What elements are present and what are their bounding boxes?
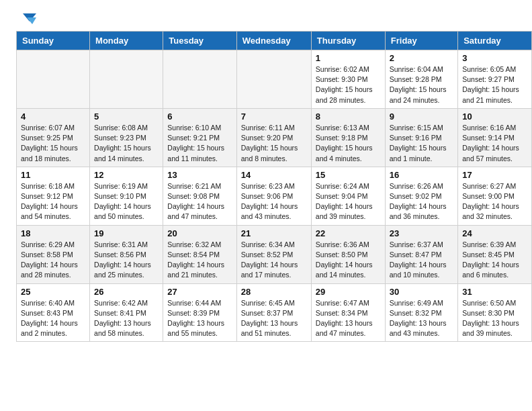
day-number: 24 [462, 228, 527, 238]
week-row-1: 1Sunrise: 6:02 AM Sunset: 9:30 PM Daylig… [17, 50, 532, 109]
calendar-cell: 27Sunrise: 6:44 AM Sunset: 8:39 PM Dayli… [163, 283, 236, 342]
day-number: 9 [390, 111, 453, 122]
day-number: 25 [21, 287, 85, 297]
calendar-table: SundayMondayTuesdayWednesdayThursdayFrid… [16, 31, 532, 342]
calendar-cell: 13Sunrise: 6:21 AM Sunset: 9:08 PM Dayli… [163, 167, 236, 225]
day-info: Sunrise: 6:42 AM Sunset: 8:41 PM Dayligh… [94, 298, 159, 339]
day-number: 13 [167, 170, 232, 180]
day-number: 19 [94, 228, 159, 238]
calendar-cell: 15Sunrise: 6:24 AM Sunset: 9:04 PM Dayli… [311, 167, 385, 225]
week-row-5: 25Sunrise: 6:40 AM Sunset: 8:43 PM Dayli… [17, 283, 532, 342]
day-number: 3 [462, 53, 527, 63]
calendar-cell: 8Sunrise: 6:13 AM Sunset: 9:18 PM Daylig… [311, 108, 385, 167]
week-row-2: 4Sunrise: 6:07 AM Sunset: 9:25 PM Daylig… [17, 108, 532, 167]
calendar-cell: 3Sunrise: 6:05 AM Sunset: 9:27 PM Daylig… [458, 50, 532, 109]
day-info: Sunrise: 6:32 AM Sunset: 8:54 PM Dayligh… [167, 240, 232, 281]
day-info: Sunrise: 6:40 AM Sunset: 8:43 PM Dayligh… [21, 298, 85, 339]
day-number: 17 [462, 170, 527, 180]
calendar-cell: 17Sunrise: 6:27 AM Sunset: 9:00 PM Dayli… [458, 167, 532, 225]
day-number: 28 [241, 287, 307, 297]
day-number: 22 [316, 228, 381, 238]
calendar-cell: 24Sunrise: 6:39 AM Sunset: 8:45 PM Dayli… [458, 225, 532, 283]
day-number: 18 [21, 228, 85, 238]
day-info: Sunrise: 6:34 AM Sunset: 8:52 PM Dayligh… [241, 240, 307, 281]
day-info: Sunrise: 6:29 AM Sunset: 8:58 PM Dayligh… [21, 240, 85, 281]
day-info: Sunrise: 6:27 AM Sunset: 9:00 PM Dayligh… [462, 181, 527, 222]
day-info: Sunrise: 6:16 AM Sunset: 9:14 PM Dayligh… [462, 123, 527, 164]
calendar-cell [90, 50, 163, 109]
day-header-friday: Friday [385, 32, 457, 50]
calendar-cell: 12Sunrise: 6:19 AM Sunset: 9:10 PM Dayli… [90, 167, 163, 225]
calendar-cell: 1Sunrise: 6:02 AM Sunset: 9:30 PM Daylig… [311, 50, 385, 109]
day-number: 2 [390, 53, 453, 63]
calendar-cell: 4Sunrise: 6:07 AM Sunset: 9:25 PM Daylig… [17, 108, 90, 167]
header [0, 0, 532, 31]
calendar-cell: 31Sunrise: 6:50 AM Sunset: 8:30 PM Dayli… [458, 283, 532, 342]
logo-icon [17, 12, 36, 27]
calendar-cell: 21Sunrise: 6:34 AM Sunset: 8:52 PM Dayli… [236, 225, 311, 283]
calendar-cell: 25Sunrise: 6:40 AM Sunset: 8:43 PM Dayli… [17, 283, 90, 342]
calendar-cell: 16Sunrise: 6:26 AM Sunset: 9:02 PM Dayli… [385, 167, 457, 225]
day-info: Sunrise: 6:45 AM Sunset: 8:37 PM Dayligh… [241, 298, 307, 339]
calendar-cell: 20Sunrise: 6:32 AM Sunset: 8:54 PM Dayli… [163, 225, 236, 283]
day-info: Sunrise: 6:04 AM Sunset: 9:28 PM Dayligh… [390, 64, 453, 105]
day-number: 8 [316, 111, 381, 122]
calendar-cell [17, 50, 90, 109]
day-number: 31 [462, 287, 527, 297]
day-info: Sunrise: 6:02 AM Sunset: 9:30 PM Dayligh… [316, 64, 381, 105]
day-number: 27 [167, 287, 232, 297]
day-header-sunday: Sunday [17, 32, 90, 50]
day-info: Sunrise: 6:47 AM Sunset: 8:34 PM Dayligh… [316, 298, 381, 339]
day-number: 21 [241, 228, 307, 238]
day-number: 4 [21, 111, 85, 122]
day-number: 12 [94, 170, 159, 180]
calendar-cell: 22Sunrise: 6:36 AM Sunset: 8:50 PM Dayli… [311, 225, 385, 283]
day-info: Sunrise: 6:50 AM Sunset: 8:30 PM Dayligh… [462, 298, 527, 339]
calendar-header-row: SundayMondayTuesdayWednesdayThursdayFrid… [17, 32, 532, 50]
day-number: 20 [167, 228, 232, 238]
day-info: Sunrise: 6:31 AM Sunset: 8:56 PM Dayligh… [94, 240, 159, 281]
day-number: 23 [390, 228, 453, 238]
day-info: Sunrise: 6:10 AM Sunset: 9:21 PM Dayligh… [167, 123, 232, 164]
day-info: Sunrise: 6:08 AM Sunset: 9:23 PM Dayligh… [94, 123, 159, 164]
day-info: Sunrise: 6:21 AM Sunset: 9:08 PM Dayligh… [167, 181, 232, 222]
day-number: 7 [241, 111, 307, 122]
day-number: 11 [21, 170, 85, 180]
calendar-cell: 14Sunrise: 6:23 AM Sunset: 9:06 PM Dayli… [236, 167, 311, 225]
calendar-cell: 2Sunrise: 6:04 AM Sunset: 9:28 PM Daylig… [385, 50, 457, 109]
calendar-cell: 10Sunrise: 6:16 AM Sunset: 9:14 PM Dayli… [458, 108, 532, 167]
day-number: 16 [390, 170, 453, 180]
day-number: 29 [316, 287, 381, 297]
day-header-monday: Monday [90, 32, 163, 50]
calendar-cell: 30Sunrise: 6:49 AM Sunset: 8:32 PM Dayli… [385, 283, 457, 342]
day-info: Sunrise: 6:19 AM Sunset: 9:10 PM Dayligh… [94, 181, 159, 222]
svg-marker-1 [27, 17, 36, 24]
day-header-wednesday: Wednesday [236, 32, 311, 50]
day-header-saturday: Saturday [458, 32, 532, 50]
day-info: Sunrise: 6:26 AM Sunset: 9:02 PM Dayligh… [390, 181, 453, 222]
day-info: Sunrise: 6:23 AM Sunset: 9:06 PM Dayligh… [241, 181, 307, 222]
calendar-cell: 26Sunrise: 6:42 AM Sunset: 8:41 PM Dayli… [90, 283, 163, 342]
day-info: Sunrise: 6:07 AM Sunset: 9:25 PM Dayligh… [21, 123, 85, 164]
page-container: SundayMondayTuesdayWednesdayThursdayFrid… [0, 0, 532, 350]
calendar-cell: 6Sunrise: 6:10 AM Sunset: 9:21 PM Daylig… [163, 108, 236, 167]
day-number: 10 [462, 111, 527, 122]
calendar-wrapper: SundayMondayTuesdayWednesdayThursdayFrid… [0, 31, 532, 350]
day-number: 26 [94, 287, 159, 297]
day-info: Sunrise: 6:39 AM Sunset: 8:45 PM Dayligh… [462, 240, 527, 281]
calendar-cell: 7Sunrise: 6:11 AM Sunset: 9:20 PM Daylig… [236, 108, 311, 167]
day-header-tuesday: Tuesday [163, 32, 236, 50]
day-info: Sunrise: 6:18 AM Sunset: 9:12 PM Dayligh… [21, 181, 85, 222]
calendar-cell [163, 50, 236, 109]
day-info: Sunrise: 6:13 AM Sunset: 9:18 PM Dayligh… [316, 123, 381, 164]
calendar-cell: 5Sunrise: 6:08 AM Sunset: 9:23 PM Daylig… [90, 108, 163, 167]
week-row-4: 18Sunrise: 6:29 AM Sunset: 8:58 PM Dayli… [17, 225, 532, 283]
week-row-3: 11Sunrise: 6:18 AM Sunset: 9:12 PM Dayli… [17, 167, 532, 225]
day-info: Sunrise: 6:15 AM Sunset: 9:16 PM Dayligh… [390, 123, 453, 164]
calendar-cell: 28Sunrise: 6:45 AM Sunset: 8:37 PM Dayli… [236, 283, 311, 342]
day-info: Sunrise: 6:49 AM Sunset: 8:32 PM Dayligh… [390, 298, 453, 339]
day-info: Sunrise: 6:05 AM Sunset: 9:27 PM Dayligh… [462, 64, 527, 105]
calendar-cell: 11Sunrise: 6:18 AM Sunset: 9:12 PM Dayli… [17, 167, 90, 225]
calendar-cell [236, 50, 311, 109]
calendar-cell: 23Sunrise: 6:37 AM Sunset: 8:47 PM Dayli… [385, 225, 457, 283]
